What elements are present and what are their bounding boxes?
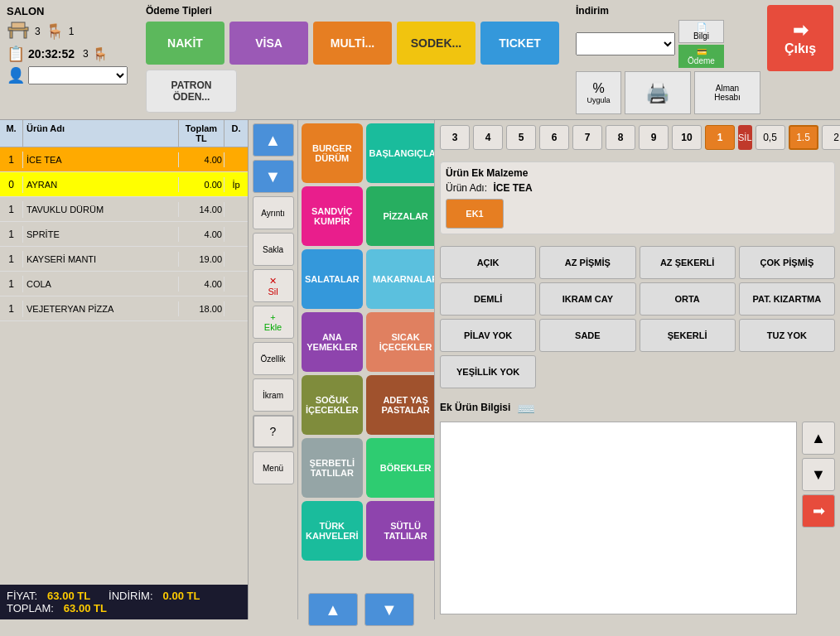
extra-option-button[interactable]: YEŞİLLİK YOK [440,355,536,388]
extra-option-button[interactable]: PAT. KIZARTMA [739,282,835,316]
extra-option-button[interactable]: PİLAV YOK [440,319,536,352]
salon-title: SALON [7,5,139,17]
ek-urun-title: Ek Ürün Bilgisi [440,402,510,413]
category-button[interactable]: MAKARNALAR [366,249,435,309]
order-footer: FİYAT: 63.00 TL İNDİRİM: 0.00 TL TOPLAM:… [0,585,248,619]
order-row[interactable]: 1 COLA 4.00 [0,272,248,296]
right-down-button[interactable]: ▼ [802,458,835,491]
percent-button[interactable]: % Uygula [576,71,621,114]
extra-option-button[interactable]: AÇIK [440,246,536,279]
patron-button[interactable]: PATRON ÖDEN... [146,70,237,113]
soru-button[interactable]: ? [253,415,294,448]
category-button[interactable]: BÖREKLER [366,438,435,498]
extra-option-button[interactable]: AZ ŞEKERLİ [640,246,736,279]
order-row[interactable]: 1 SPRİTE 4.00 [0,222,248,247]
extra-count: 3 [83,48,89,60]
category-button[interactable]: ANA YEMEKLER [302,312,363,372]
product-extra-section: Ürün Ek Malzeme Ürün Adı: İCE TEA EK1 [440,161,835,234]
visa-button[interactable]: VİSA [229,22,308,65]
category-button[interactable]: BURGER DÜRÜM [302,123,363,183]
chair-icon: 🪑 [46,22,64,41]
category-button[interactable]: SOĞUK İÇECEKLER [302,375,363,435]
printer-icon: 🖨️ [645,81,670,104]
category-button[interactable]: TÜRK KAHVELERİ [302,501,363,561]
scroll-up-button[interactable]: ▲ [253,123,294,157]
category-button[interactable]: ADET YAŞ PASTALAR [366,375,435,435]
category-button[interactable]: SICAK İÇECEKLER [366,312,435,372]
number-button[interactable]: 9 [639,125,669,150]
ek-urun-input[interactable] [440,422,797,614]
category-button[interactable]: BAŞLANGIÇLAR [366,123,435,183]
right-up-button[interactable]: ▲ [802,422,835,455]
category-button[interactable]: PİZZALAR [366,186,435,246]
percent-icon: % [592,81,604,96]
table-count: 3 [35,26,41,37]
person-icon: 👤 [7,66,25,84]
extra-option-button[interactable]: ORTA [640,282,736,316]
ozellik-button[interactable]: Özellik [253,342,294,375]
product-name-line: Ürün Adı: İCE TEA [446,182,829,194]
extra-option-button[interactable]: DEMLİ [440,282,536,316]
indirim-title: İndirim [576,5,760,17]
extra-option-button[interactable]: SADE [539,319,635,352]
scroll-down-button[interactable]: ▼ [253,160,294,193]
ayrinit-button[interactable]: Ayrıntı [253,196,294,229]
order-row[interactable]: 1 İCE TEA 4.00 [0,147,248,172]
table-icon [7,21,30,41]
number-button[interactable]: 4 [473,125,503,150]
order-row[interactable]: 0 AYRAN 0.00 İp [0,172,248,197]
svg-rect-1 [10,31,12,38]
sil-num-button[interactable]: SİL [738,125,752,150]
svg-rect-2 [24,31,27,38]
category-button[interactable]: SÜTLÜ TATLILAR [366,501,435,561]
product-extra-title: Ürün Ek Malzeme [446,167,829,179]
ticket-button[interactable]: TICKET [480,22,559,65]
extra-option-button[interactable]: TUZ YOK [739,319,835,352]
multi-button[interactable]: MULTİ... [313,22,392,65]
fraction-button[interactable]: 0,5 [756,125,785,150]
number-button[interactable]: 3 [440,125,470,150]
category-button[interactable]: SALATALAR [302,249,363,309]
extra-item-button[interactable]: EK1 [446,199,504,229]
chair-count: 1 [69,26,75,37]
extra-option-button[interactable]: ŞEKERLİ [640,319,736,352]
page-icon: 📋 [7,45,25,63]
number-button[interactable]: 5 [506,125,536,150]
fraction-button[interactable]: 1.5 [789,125,818,150]
ekle-button[interactable]: +Ekle [253,306,294,339]
extra-option-button[interactable]: ÇOK PİŞMİŞ [739,246,835,279]
number-button[interactable]: 8 [606,125,635,150]
alman-button[interactable]: Alman Hesabı [694,71,760,114]
ikram-button[interactable]: İkram [253,378,294,412]
extra-option-button[interactable]: AZ PİŞMİŞ [539,246,635,279]
order-row[interactable]: 1 VEJETERYAN PİZZA 18.00 [0,296,248,321]
fraction-button[interactable]: 2 [822,125,840,150]
extra-chair-icon: 🪑 [92,46,109,62]
nakit-button[interactable]: NAKİT [146,22,224,65]
number-button[interactable]: 10 [672,125,702,150]
menu-button[interactable]: Menü [253,451,294,484]
payment-title: Ödeme Tipleri [146,5,569,17]
extra-option-button[interactable]: IKRAM CAY [539,282,635,316]
indirim-select[interactable] [576,32,675,55]
number-button[interactable]: 7 [572,125,602,150]
printer-button[interactable]: 🖨️ [625,71,691,114]
odeme-button[interactable]: 💳 Ödeme [678,45,724,68]
cikis-button[interactable]: ➡ Çıkış [767,5,833,71]
right-forward-button[interactable]: ➡ [802,494,835,528]
category-button[interactable]: ŞERBETLİ TATLILAR [302,438,363,498]
order-header: M. Ürün Adı Toplam TL D. [0,120,248,147]
order-row[interactable]: 1 TAVUKLU DÜRÜM 14.00 [0,197,248,222]
number-button[interactable]: 1 [705,125,735,150]
number-row: 3456789101 SİL 0,51.52 [440,125,835,150]
sil-button[interactable]: ✕Sil [253,269,294,302]
order-row[interactable]: 1 KAYSERİ MANTI 19.00 [0,247,248,272]
number-button[interactable]: 6 [539,125,569,150]
sakla-button[interactable]: Sakla [253,233,294,266]
category-button[interactable]: SANDVİÇ KUMPİR [302,186,363,246]
odeme-icon: 💳 [697,47,707,56]
time-display: 20:32:52 [28,47,75,60]
bilgi-button[interactable]: 📄 Bilgi [678,20,724,43]
sodek-button[interactable]: SODEK... [397,22,476,65]
person-dropdown[interactable] [28,66,128,84]
